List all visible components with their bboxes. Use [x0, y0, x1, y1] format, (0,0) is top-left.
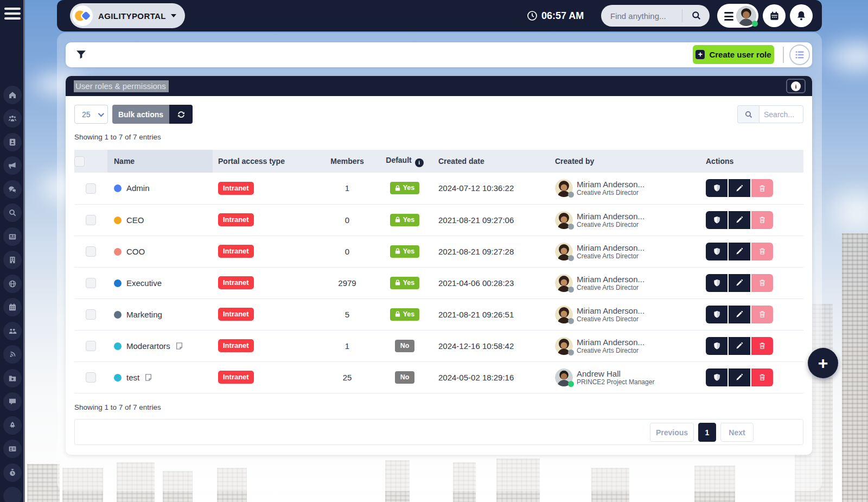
account-menu[interactable] [717, 4, 758, 28]
role-name[interactable]: CEO [126, 215, 144, 225]
edit-button[interactable] [729, 179, 750, 197]
delete-button[interactable] [751, 179, 773, 197]
current-page-button[interactable]: 1 [698, 423, 716, 442]
role-name[interactable]: test [126, 373, 139, 382]
row-checkbox[interactable] [86, 246, 96, 257]
created-by-name[interactable]: Miriam Anderson... [577, 338, 644, 347]
create-user-role-button[interactable]: + Create user role [693, 45, 774, 64]
delete-button[interactable] [751, 368, 773, 386]
created-by-name[interactable]: Miriam Anderson... [577, 212, 644, 221]
sidebar-item-chat[interactable] [3, 392, 22, 411]
select-all-checkbox[interactable] [74, 156, 85, 167]
created-by-name[interactable]: Andrew Hall [577, 369, 654, 378]
sidebar-item-announcements[interactable] [3, 156, 22, 175]
permissions-button[interactable] [706, 368, 727, 386]
sidebar-item-newsfeed[interactable] [3, 227, 22, 246]
column-portal-access[interactable]: Portal access type [213, 150, 315, 173]
info-icon[interactable]: i [415, 158, 424, 167]
sidebar-item-globe[interactable] [3, 275, 22, 293]
permissions-button[interactable] [706, 179, 727, 197]
column-default[interactable]: Defaulti [380, 150, 430, 173]
created-by-name[interactable]: Miriam Anderson... [577, 243, 644, 252]
add-fab-button[interactable]: + [808, 348, 838, 378]
permissions-button[interactable] [706, 274, 727, 292]
menu-icon [724, 12, 733, 23]
note-icon[interactable] [175, 342, 183, 350]
edit-button[interactable] [729, 368, 750, 386]
sidebar-item-users-group[interactable] [3, 109, 22, 128]
sidebar-item-blog[interactable] [3, 345, 22, 364]
next-page-button[interactable]: Next [720, 423, 754, 442]
created-by-name[interactable]: Miriam Anderson... [577, 180, 644, 189]
delete-button[interactable] [751, 211, 773, 229]
role-name[interactable]: Executive [126, 278, 162, 288]
notifications-button[interactable] [790, 4, 813, 27]
sidebar-item-more[interactable] [3, 487, 22, 502]
calendar-button[interactable] [763, 4, 786, 27]
sidebar-item-home[interactable] [3, 86, 22, 104]
table-row-test: test Intranet 25 No 2024-05-02 18:29:16 … [74, 361, 803, 393]
column-created-by[interactable]: Created by [548, 150, 699, 173]
row-checkbox[interactable] [86, 215, 96, 225]
sidebar-item-calendar[interactable] [3, 298, 22, 316]
brand-menu[interactable]: AGILITYPORTAL [70, 3, 185, 28]
permissions-button[interactable] [706, 337, 727, 355]
permissions-button[interactable] [706, 243, 727, 260]
sidebar-item-folder-add[interactable] [3, 369, 22, 387]
sidebar-item-rocket[interactable] [3, 416, 22, 435]
permissions-button[interactable] [706, 306, 727, 323]
row-checkbox[interactable] [86, 183, 96, 194]
list-view-button[interactable] [789, 45, 810, 65]
role-color-dot [114, 279, 122, 287]
info-button[interactable]: i [786, 79, 806, 93]
sidebar-item-id-card[interactable] [3, 440, 22, 458]
delete-button[interactable] [751, 274, 773, 292]
table-row-ceo: CEO Intranet 0 Yes 2021-08-21 09:27:06 M… [74, 204, 803, 236]
delete-button[interactable] [751, 337, 773, 355]
edit-button[interactable] [729, 274, 750, 292]
created-by-name[interactable]: Miriam Anderson... [577, 275, 644, 284]
edit-button[interactable] [729, 211, 750, 229]
created-by-name[interactable]: Miriam Anderson... [577, 306, 644, 315]
bulk-actions-button[interactable]: Bulk actions [112, 105, 169, 124]
role-name[interactable]: Admin [126, 183, 150, 193]
delete-button[interactable] [751, 306, 773, 323]
row-checkbox[interactable] [86, 278, 96, 288]
row-checkbox[interactable] [86, 341, 96, 351]
role-name[interactable]: Marketing [126, 310, 162, 319]
filter-icon[interactable] [75, 49, 87, 60]
members-count: 1 [315, 173, 380, 204]
global-search-input[interactable] [610, 11, 681, 21]
role-name[interactable]: COO [126, 247, 145, 256]
table-search-input[interactable] [759, 105, 803, 123]
row-checkbox[interactable] [86, 372, 96, 383]
column-name[interactable]: Name [107, 150, 213, 173]
edit-button[interactable] [729, 306, 750, 323]
column-created-date[interactable]: Created date [430, 150, 548, 173]
refresh-button[interactable] [169, 105, 193, 124]
online-status-dot [752, 21, 758, 27]
sidebar-menu-toggle[interactable] [4, 8, 21, 23]
portal-access-badge: Intranet [218, 276, 254, 289]
plus-icon: + [695, 50, 705, 59]
search-icon[interactable] [691, 10, 701, 21]
search-icon-segment[interactable] [737, 105, 759, 123]
previous-page-button[interactable]: Previous [650, 423, 694, 442]
edit-button[interactable] [729, 243, 750, 260]
sidebar-item-contact-book[interactable] [3, 133, 22, 151]
note-icon[interactable] [144, 373, 152, 382]
row-checkbox[interactable] [86, 309, 96, 320]
sidebar-item-people[interactable] [3, 322, 22, 340]
role-name[interactable]: Moderartors [126, 341, 170, 351]
permissions-button[interactable] [706, 211, 727, 229]
sidebar-item-search[interactable] [3, 204, 22, 222]
sidebar-item-time-tracker[interactable] [3, 463, 22, 482]
page-size-select[interactable]: 25 [74, 105, 108, 124]
sidebar-item-conversations[interactable] [3, 180, 22, 199]
column-members[interactable]: Members [315, 150, 380, 173]
sidebar-item-org-building[interactable] [3, 251, 22, 269]
chevron-down-icon [98, 110, 104, 116]
delete-button[interactable] [751, 243, 773, 260]
edit-button[interactable] [729, 337, 750, 355]
default-yes-badge: Yes [390, 245, 420, 258]
